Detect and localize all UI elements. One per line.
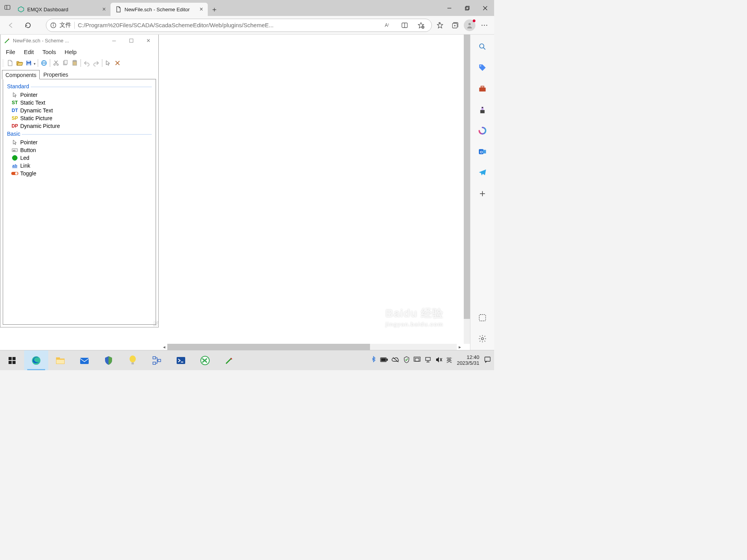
defender-icon[interactable] — [403, 356, 410, 364]
network-tray-icon[interactable] — [424, 357, 431, 364]
shopping-tag-icon[interactable] — [478, 63, 487, 72]
close-button[interactable]: ✕ — [140, 35, 157, 46]
resize-grip[interactable] — [153, 321, 159, 326]
tab-label: NewFile.sch - Scheme Editor — [124, 7, 190, 12]
close-icon[interactable]: × — [200, 6, 203, 13]
profile-avatar[interactable] — [463, 19, 476, 32]
clock[interactable]: 12:40 2023/5/31 — [457, 355, 479, 366]
menu-tools[interactable]: Tools — [42, 49, 56, 55]
telegram-icon[interactable] — [478, 168, 487, 177]
delete-button[interactable] — [113, 59, 122, 67]
taskbar-tips[interactable] — [121, 350, 145, 370]
pointer-tool-button[interactable] — [104, 59, 112, 67]
split-screen-icon[interactable] — [398, 19, 411, 32]
onedrive-icon[interactable] — [392, 357, 400, 364]
save-button[interactable] — [25, 59, 33, 67]
tab-properties[interactable]: Properties — [40, 70, 72, 79]
button-icon: ab — [11, 148, 19, 152]
svg-point-48 — [405, 288, 412, 295]
taskbar-mail[interactable] — [72, 350, 96, 370]
minimize-button[interactable] — [440, 0, 458, 16]
volume-icon[interactable] — [435, 357, 442, 364]
bluetooth-icon[interactable] — [371, 356, 376, 364]
screenshot-icon[interactable] — [478, 313, 487, 322]
favorite-icon[interactable] — [414, 19, 428, 32]
dt-icon: DT — [11, 108, 19, 113]
taskbar-security[interactable] — [96, 350, 121, 370]
web-button[interactable] — [40, 59, 48, 67]
svg-point-23 — [482, 24, 483, 26]
new-file-button[interactable] — [6, 59, 14, 67]
vertical-scrollbar[interactable] — [464, 35, 470, 344]
open-file-button[interactable] — [15, 59, 24, 67]
menu-file[interactable]: File — [6, 49, 15, 55]
taskbar-powershell[interactable] — [169, 350, 193, 370]
svg-rect-64 — [9, 357, 12, 360]
save-dropdown[interactable]: ▼ — [33, 62, 36, 67]
menu-help[interactable]: Help — [65, 49, 77, 55]
settings-icon[interactable] — [478, 334, 487, 343]
taskbar-network[interactable] — [145, 350, 169, 370]
tab-actions-icon[interactable] — [4, 4, 11, 12]
tab-scheme-editor[interactable]: NewFile.sch - Scheme Editor × — [110, 3, 208, 16]
more-button[interactable] — [478, 19, 491, 32]
svg-rect-59 — [482, 150, 486, 153]
pointer-icon — [11, 92, 19, 98]
svg-rect-66 — [9, 361, 12, 364]
read-aloud-icon[interactable]: A⁾ — [382, 19, 395, 32]
svg-line-51 — [483, 48, 485, 50]
svg-rect-70 — [56, 357, 60, 359]
office-icon[interactable] — [478, 126, 487, 135]
window-titlebar[interactable]: NewFile.sch - Scheme ... ─ ✕ — [0, 35, 158, 46]
copy-button[interactable] — [61, 59, 70, 67]
paste-button[interactable] — [70, 59, 79, 67]
new-tab-button[interactable]: ＋ — [208, 3, 221, 16]
component-toggle[interactable]: Toggle — [7, 170, 152, 177]
component-link[interactable]: abLink — [7, 162, 152, 170]
taskbar-vscode[interactable] — [193, 350, 217, 370]
toolbox-icon[interactable] — [478, 84, 487, 93]
component-label: Toggle — [20, 170, 36, 177]
url-box[interactable]: 文件 C:/Program%20Files/SCADA/ScadaSchemeE… — [46, 19, 432, 32]
notifications-icon[interactable] — [484, 356, 491, 364]
battery-icon[interactable] — [380, 357, 388, 364]
minimize-button[interactable]: ─ — [105, 35, 123, 46]
horizontal-scrollbar[interactable]: ◄► — [161, 344, 463, 350]
refresh-button[interactable] — [20, 18, 36, 33]
maximize-button[interactable] — [123, 35, 140, 46]
games-icon[interactable] — [478, 105, 487, 114]
taskbar-edge[interactable] — [24, 350, 48, 370]
search-icon[interactable] — [478, 42, 487, 51]
tab-emqx[interactable]: EMQX Dashboard × — [13, 3, 110, 16]
outlook-icon[interactable]: O — [478, 147, 487, 156]
close-button[interactable] — [476, 0, 494, 16]
svg-rect-65 — [12, 357, 16, 360]
tab-components[interactable]: Components — [2, 70, 40, 79]
menu-edit[interactable]: Edit — [24, 49, 34, 55]
redo-button[interactable] — [92, 59, 100, 67]
component-static-picture[interactable]: SPStatic Picture — [7, 114, 152, 122]
cut-button[interactable] — [52, 59, 60, 67]
svg-point-73 — [130, 355, 136, 362]
component-led[interactable]: Led — [7, 154, 152, 162]
favorites-button[interactable] — [433, 19, 447, 32]
vm-icon[interactable] — [414, 357, 421, 364]
taskbar-scheme-editor[interactable] — [217, 350, 241, 370]
maximize-button[interactable] — [458, 0, 476, 16]
close-icon[interactable]: × — [102, 6, 106, 13]
start-button[interactable] — [0, 350, 24, 370]
taskbar-explorer[interactable] — [48, 350, 72, 370]
svg-rect-28 — [27, 61, 30, 62]
component-label: Led — [20, 155, 29, 161]
component-pointer[interactable]: Pointer — [7, 138, 152, 146]
component-button[interactable]: abButton — [7, 146, 152, 154]
add-sidebar-icon[interactable] — [478, 189, 487, 198]
undo-button[interactable] — [82, 59, 91, 67]
collections-button[interactable] — [448, 19, 461, 32]
component-static-text[interactable]: STStatic Text — [7, 99, 152, 107]
ime-indicator[interactable]: 英 — [446, 357, 452, 364]
component-dynamic-picture[interactable]: DPDynamic Picture — [7, 122, 152, 130]
component-dynamic-text[interactable]: DTDynamic Text — [7, 107, 152, 114]
component-pointer[interactable]: Pointer — [7, 91, 152, 99]
back-button[interactable] — [3, 18, 19, 33]
